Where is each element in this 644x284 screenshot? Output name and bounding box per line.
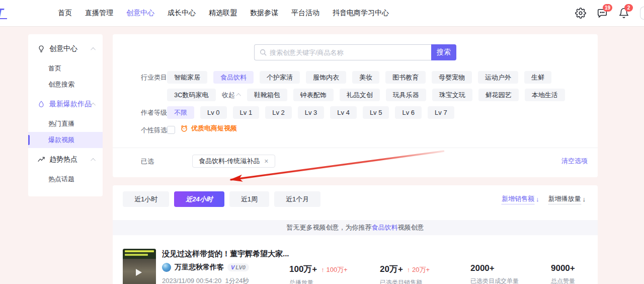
sidebar-item-hot-videos[interactable]: 爆款视频 xyxy=(28,132,103,148)
sidebar-item-hot-live[interactable]: 热门直播 xyxy=(28,116,103,132)
industry-chip[interactable]: 钟表配饰 xyxy=(293,89,334,101)
time-filter-1m[interactable]: 近1个月 xyxy=(274,191,320,207)
thumbnail-caption-overlay xyxy=(123,249,156,259)
time-filter-1w[interactable]: 近1周 xyxy=(229,191,269,207)
publish-time: 2023/11/09 00:54:20 xyxy=(162,277,221,284)
search-input[interactable] xyxy=(270,49,426,56)
author-avatar[interactable] xyxy=(162,263,171,272)
nav-item-data-advisor[interactable]: 数据参谋 xyxy=(250,9,278,18)
sidebar-item-creative-search[interactable]: 创意搜索 xyxy=(28,77,103,93)
level-chip[interactable]: Lv 0 xyxy=(200,106,227,119)
play-icon xyxy=(136,269,142,276)
hot-drop-icon xyxy=(37,100,45,108)
sidebar-item-hot-topics[interactable]: 热点话题 xyxy=(28,171,103,187)
level-chip[interactable]: Lv 6 xyxy=(395,106,422,119)
main-nav: 首页 直播管理 创意中心 成长中心 精选联盟 数据参谋 平台活动 抖音电商学习中… xyxy=(58,9,389,18)
level-chip[interactable]: Lv 2 xyxy=(265,106,292,119)
stat-value: 100万+ xyxy=(289,263,317,275)
clear-options-link[interactable]: 清空选项 xyxy=(561,157,588,166)
industry-chip[interactable]: 本地生活 xyxy=(525,89,565,101)
stat-label: 总播放量 xyxy=(289,278,348,284)
sidebar-group-creative-center[interactable]: 创意中心 xyxy=(28,40,103,57)
results-panel: 近1小时 近24小时 近1周 近1个月 新增销售额 ↓ 新增播放量 ↓ 暂无更多… xyxy=(113,185,598,284)
search-button[interactable]: 搜索 xyxy=(431,44,456,60)
nav-item-learning-center[interactable]: 抖音电商学习中心 xyxy=(333,9,389,18)
sidebar-item-home[interactable]: 首页 xyxy=(28,60,103,77)
industry-chip[interactable]: 个护家清 xyxy=(260,71,300,84)
stat-value: 9000+ xyxy=(551,263,575,273)
collapse-categories-link[interactable]: 收起 xyxy=(222,89,241,101)
sort-down-arrow-icon: ↓ xyxy=(583,195,586,203)
stat-total-plays: 100万+ ↑ 100万+ 总播放量 xyxy=(289,263,348,284)
industry-chip[interactable]: 智能家居 xyxy=(167,71,207,84)
stat-label: 已选类目成交单量 xyxy=(470,277,519,284)
video-title[interactable]: 没见过这样带货的！董宇辉希望大家... xyxy=(162,249,288,259)
banner-category-link[interactable]: 食品饮料 xyxy=(372,223,398,232)
chevron-up-icon xyxy=(236,93,241,98)
industry-chip[interactable]: 美妆 xyxy=(352,71,379,84)
time-filter-1h[interactable]: 近1小时 xyxy=(123,191,169,207)
sidebar-group-label: 创意中心 xyxy=(49,44,92,53)
messages-icon[interactable]: 19 xyxy=(597,8,608,19)
video-thumbnail[interactable] xyxy=(123,249,156,284)
level-chip[interactable]: Lv 4 xyxy=(330,106,357,119)
collapse-label: 收起 xyxy=(222,91,235,100)
author-level-badge: V LV0 xyxy=(227,263,249,271)
nav-item-live-management[interactable]: 直播管理 xyxy=(85,9,113,18)
stat-delta: ↑ 100万+ xyxy=(321,265,347,274)
remove-filter-icon[interactable]: × xyxy=(264,158,268,165)
level-chip[interactable]: Lv 5 xyxy=(363,106,389,119)
level-chip[interactable]: Lv 7 xyxy=(428,106,454,119)
personal-filter-row: 个性筛选 优质电商短视频 xyxy=(141,124,588,136)
stat-total-likes: 9000+ 总点赞量 xyxy=(551,263,575,284)
verified-v-icon: V xyxy=(231,264,234,270)
industry-chip[interactable]: 鞋靴箱包 xyxy=(247,89,287,101)
sort-by-sales[interactable]: 新增销售额 ↓ xyxy=(502,194,539,204)
industry-chip[interactable]: 3C数码家电 xyxy=(167,89,216,101)
time-filter-24h-selected[interactable]: 近24小时 xyxy=(174,191,224,207)
sort-plays-label: 新增播放量 xyxy=(548,194,581,204)
author-name[interactable]: 万里悲秋常作客 xyxy=(175,263,224,272)
nav-item-creative-center[interactable]: 创意中心 xyxy=(126,9,154,18)
industry-chip[interactable]: 运动户外 xyxy=(478,71,518,84)
sidebar-group-latest-hot-works[interactable]: 最新爆款作品 xyxy=(28,96,103,113)
notifications-bell-icon[interactable]: 2 xyxy=(618,8,629,19)
nav-item-selected-alliance[interactable]: 精选联盟 xyxy=(209,9,237,18)
level-chip[interactable]: Lv 1 xyxy=(233,106,260,119)
sort-sales-label: 新增销售额 xyxy=(502,194,534,204)
nav-item-growth-center[interactable]: 成长中心 xyxy=(168,9,196,18)
brand-logo[interactable]: T xyxy=(0,6,7,19)
filter-panel: 搜索 行业类目 智能家居 食品饮料 个护家清 服饰内衣 美妆 图书教育 母婴宠物… xyxy=(113,34,598,177)
selected-filters-row: 已选 食品饮料-传统滋补品 × 清空选项 xyxy=(141,155,588,168)
sidebar-group-trend-hotspots[interactable]: 趋势热点 xyxy=(28,151,103,168)
industry-chip[interactable]: 母婴宠物 xyxy=(432,71,472,84)
industry-chip[interactable]: 鲜花园艺 xyxy=(478,89,519,101)
recommendation-banner: 暂无更多视频创意，为你推荐食品饮料视频创意 xyxy=(113,220,598,235)
sort-by-plays[interactable]: 新增播放量 ↓ xyxy=(548,194,586,204)
industry-chip[interactable]: 图书教育 xyxy=(385,71,426,84)
quality-video-checkbox[interactable] xyxy=(167,126,175,134)
industry-chip[interactable]: 珠宝文玩 xyxy=(432,89,472,101)
settings-gear-icon[interactable] xyxy=(575,8,586,19)
industry-chip-selected[interactable]: 食品饮料 xyxy=(213,71,254,84)
sidebar: 创意中心 首页 创意搜索 最新爆款作品 热门直播 爆款视频 趋势热点 热点话题 xyxy=(28,34,103,196)
quality-video-option[interactable]: 优质电商短视频 xyxy=(180,124,237,133)
avatar[interactable] xyxy=(640,7,644,20)
video-datetime: 2023/11/09 00:54:20 1分24秒 xyxy=(162,276,288,284)
level-chip-selected[interactable]: 不限 xyxy=(167,106,194,119)
level-chip[interactable]: Lv 3 xyxy=(298,106,325,119)
nav-item-home[interactable]: 首页 xyxy=(58,9,72,18)
nav-item-platform-activity[interactable]: 平台活动 xyxy=(291,9,319,18)
selected-filter-chip[interactable]: 食品饮料-传统滋补品 × xyxy=(192,155,275,168)
industry-chip[interactable]: 服饰内衣 xyxy=(306,71,346,84)
stat-value: 2000+ xyxy=(470,263,495,273)
industry-chip[interactable]: 礼品文创 xyxy=(340,89,380,101)
time-filter-row: 近1小时 近24小时 近1周 近1个月 新增销售额 ↓ 新增播放量 ↓ xyxy=(113,185,598,207)
banner-text: 视频创意 xyxy=(398,223,424,232)
trend-line-icon xyxy=(37,156,45,164)
video-duration: 1分24秒 xyxy=(225,277,250,284)
messages-count-badge: 19 xyxy=(603,4,612,12)
stat-delta: ↑ 20万+ xyxy=(407,265,430,274)
industry-chip[interactable]: 生鲜 xyxy=(524,71,551,84)
industry-chip[interactable]: 玩具乐器 xyxy=(386,89,426,101)
